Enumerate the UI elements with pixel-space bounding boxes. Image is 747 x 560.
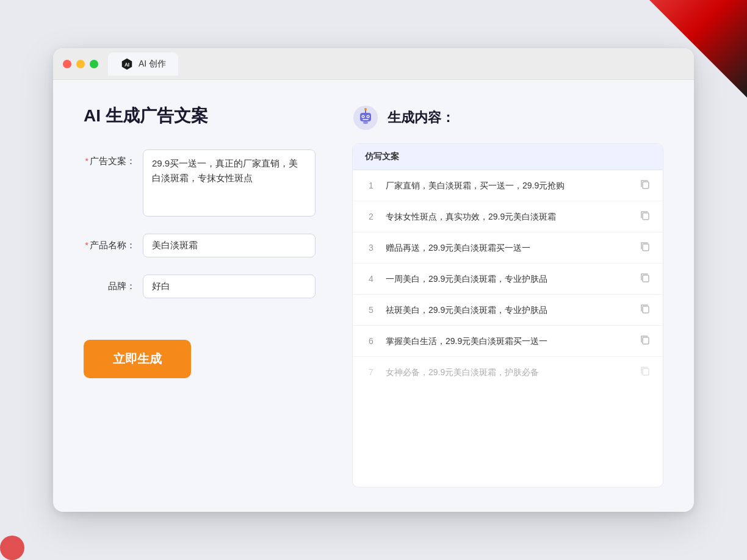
window-controls <box>63 60 98 68</box>
row-text: 一周美白，29.9元美白淡斑霜，专业护肤品 <box>386 273 631 285</box>
result-rows-container: 1厂家直销，美白淡斑霜，买一送一，29.9元抢购 2专抹女性斑点，真实功效，29… <box>353 170 663 387</box>
svg-rect-10 <box>363 119 369 120</box>
svg-rect-16 <box>643 306 649 313</box>
result-header: 生成内容： <box>352 104 663 131</box>
svg-rect-13 <box>643 213 649 220</box>
main-content: AI 生成广告文案 *广告文案： 29.9买一送一，真正的厂家直销，美白淡斑霜，… <box>53 80 694 512</box>
table-row: 3赠品再送，29.9元美白淡斑霜买一送一 <box>353 232 663 264</box>
table-row: 4一周美白，29.9元美白淡斑霜，专业护肤品 <box>353 264 663 295</box>
left-panel: AI 生成广告文案 *广告文案： 29.9买一送一，真正的厂家直销，美白淡斑霜，… <box>84 104 316 487</box>
row-number: 6 <box>365 336 377 346</box>
tab-label: AI 创作 <box>139 59 166 70</box>
copy-icon[interactable] <box>640 179 651 192</box>
row-number: 4 <box>365 274 377 284</box>
svg-rect-14 <box>643 244 649 251</box>
page-title: AI 生成广告文案 <box>84 104 316 127</box>
svg-rect-15 <box>643 275 649 282</box>
row-text: 厂家直销，美白淡斑霜，买一送一，29.9元抢购 <box>386 179 631 192</box>
row-number: 3 <box>365 243 377 253</box>
generate-button[interactable]: 立即生成 <box>84 340 191 378</box>
copy-icon[interactable] <box>640 303 651 317</box>
result-title: 生成内容： <box>388 109 455 127</box>
row-number: 7 <box>365 367 377 377</box>
svg-text:AI: AI <box>125 62 129 67</box>
copy-icon[interactable] <box>640 365 651 379</box>
minimize-button[interactable] <box>76 60 85 68</box>
ad-copy-group: *广告文案： 29.9买一送一，真正的厂家直销，美白淡斑霜，专抹女性斑点 <box>84 149 316 217</box>
robot-icon <box>352 104 379 131</box>
table-row: 1厂家直销，美白淡斑霜，买一送一，29.9元抢购 <box>353 170 663 201</box>
right-panel: 生成内容： 仿写文案 1厂家直销，美白淡斑霜，买一送一，29.9元抢购 2专抹女… <box>352 104 663 487</box>
svg-point-7 <box>367 116 369 117</box>
row-text: 女神必备，29.9元美白淡斑霜，护肤必备 <box>386 366 631 379</box>
ad-copy-label: *广告文案： <box>84 149 135 167</box>
brand-input[interactable]: 好白 <box>143 275 316 298</box>
svg-rect-11 <box>363 121 368 124</box>
product-name-group: *产品名称： 美白淡斑霜 <box>84 234 316 257</box>
brand-label: 品牌： <box>84 275 135 292</box>
svg-point-6 <box>363 116 364 117</box>
table-row: 6掌握美白生活，29.9元美白淡斑霜买一送一 <box>353 326 663 357</box>
table-row: 5祛斑美白，29.9元美白淡斑霜，专业护肤品 <box>353 295 663 326</box>
ad-copy-required-star: * <box>85 156 88 166</box>
row-number: 1 <box>365 181 377 190</box>
copy-icon[interactable] <box>640 210 651 223</box>
close-button[interactable] <box>63 60 71 68</box>
copy-icon[interactable] <box>640 334 651 348</box>
bg-decoration-bottom-left <box>0 536 24 560</box>
table-row: 7女神必备，29.9元美白淡斑霜，护肤必备 <box>353 357 663 387</box>
maximize-button[interactable] <box>90 60 98 68</box>
row-text: 掌握美白生活，29.9元美白淡斑霜买一送一 <box>386 335 631 348</box>
ad-copy-input[interactable]: 29.9买一送一，真正的厂家直销，美白淡斑霜，专抹女性斑点 <box>143 149 316 217</box>
svg-rect-17 <box>643 337 649 344</box>
result-table: 仿写文案 1厂家直销，美白淡斑霜，买一送一，29.9元抢购 2专抹女性斑点，真实… <box>352 143 663 487</box>
row-text: 专抹女性斑点，真实功效，29.9元美白淡斑霜 <box>386 210 631 223</box>
row-text: 赠品再送，29.9元美白淡斑霜买一送一 <box>386 242 631 254</box>
title-bar: AI AI 创作 <box>53 48 694 80</box>
copy-icon[interactable] <box>640 272 651 285</box>
svg-point-9 <box>364 108 367 110</box>
copy-icon[interactable] <box>640 241 651 254</box>
table-row: 2专抹女性斑点，真实功效，29.9元美白淡斑霜 <box>353 201 663 232</box>
svg-rect-18 <box>643 368 649 375</box>
product-name-required-star: * <box>85 240 88 250</box>
brand-group: 品牌： 好白 <box>84 275 316 298</box>
product-name-input[interactable]: 美白淡斑霜 <box>143 234 316 257</box>
ai-tab-icon: AI <box>120 57 134 71</box>
row-number: 2 <box>365 212 377 221</box>
row-number: 5 <box>365 305 377 315</box>
row-text: 祛斑美白，29.9元美白淡斑霜，专业护肤品 <box>386 304 631 317</box>
svg-rect-12 <box>643 182 649 188</box>
table-header: 仿写文案 <box>353 144 663 170</box>
browser-window: AI AI 创作 AI 生成广告文案 *广告文案： 29.9买一送一，真正的厂家… <box>53 48 694 512</box>
product-name-label: *产品名称： <box>84 234 135 251</box>
ai-tab[interactable]: AI AI 创作 <box>108 52 178 76</box>
